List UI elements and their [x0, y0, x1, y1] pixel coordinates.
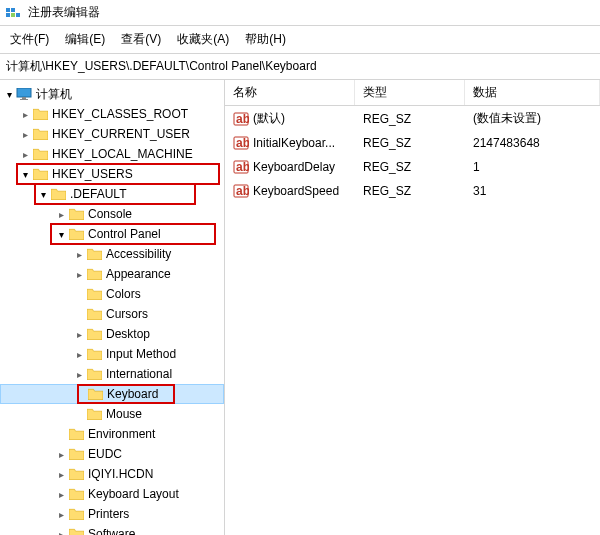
tree-label: Accessibility — [106, 247, 171, 261]
folder-icon — [86, 247, 102, 261]
list-row[interactable]: (默认) REG_SZ (数值未设置) — [225, 106, 600, 131]
list-row[interactable]: InitialKeyboar... REG_SZ 2147483648 — [225, 131, 600, 155]
chevron-right-icon[interactable]: ▸ — [72, 329, 86, 340]
list-header[interactable]: 名称 类型 数据 — [225, 80, 600, 106]
tree-node-environment[interactable]: ▸Environment — [0, 424, 224, 444]
tree-label: Control Panel — [88, 227, 161, 241]
folder-icon — [86, 327, 102, 341]
chevron-down-icon[interactable]: ▾ — [18, 169, 32, 180]
folder-icon — [50, 187, 66, 201]
tree-node-mouse[interactable]: ▸Mouse — [0, 404, 224, 424]
tree-node-default[interactable]: ▾ .DEFAULT — [0, 184, 224, 204]
folder-icon — [86, 407, 102, 421]
menu-file[interactable]: 文件(F) — [4, 28, 55, 51]
chevron-right-icon[interactable]: ▸ — [72, 349, 86, 360]
folder-icon — [68, 227, 84, 241]
folder-icon — [32, 167, 48, 181]
chevron-down-icon[interactable]: ▾ — [54, 229, 68, 240]
folder-icon — [86, 287, 102, 301]
string-value-icon — [233, 111, 249, 127]
col-header-data[interactable]: 数据 — [465, 80, 600, 105]
tree-node-inputmethod[interactable]: ▸Input Method — [0, 344, 224, 364]
tree-label: IQIYI.HCDN — [88, 467, 153, 481]
tree-node-hkcu[interactable]: ▸ HKEY_CURRENT_USER — [0, 124, 224, 144]
col-header-type[interactable]: 类型 — [355, 80, 465, 105]
chevron-right-icon[interactable]: ▸ — [18, 109, 32, 120]
menu-edit[interactable]: 编辑(E) — [59, 28, 111, 51]
tree-node-desktop[interactable]: ▸Desktop — [0, 324, 224, 344]
tree-node-hku[interactable]: ▾ HKEY_USERS — [0, 164, 224, 184]
tree-node-controlpanel[interactable]: ▾ Control Panel — [0, 224, 224, 244]
folder-icon — [86, 267, 102, 281]
value-type: REG_SZ — [355, 133, 465, 153]
folder-icon — [68, 427, 84, 441]
list-row[interactable]: KeyboardDelay REG_SZ 1 — [225, 155, 600, 179]
folder-icon — [68, 527, 84, 535]
tree-node-keyboardlayout[interactable]: ▸Keyboard Layout — [0, 484, 224, 504]
menu-favorites[interactable]: 收藏夹(A) — [171, 28, 235, 51]
tree-node-computer[interactable]: ▾ 计算机 — [0, 84, 224, 104]
tree-label: Cursors — [106, 307, 148, 321]
tree-node-hkcr[interactable]: ▸ HKEY_CLASSES_ROOT — [0, 104, 224, 124]
chevron-right-icon[interactable]: ▸ — [54, 509, 68, 520]
chevron-right-icon[interactable]: ▸ — [72, 269, 86, 280]
string-value-icon — [233, 159, 249, 175]
tree-node-printers[interactable]: ▸Printers — [0, 504, 224, 524]
chevron-down-icon[interactable]: ▾ — [36, 189, 50, 200]
tree-label: Environment — [88, 427, 155, 441]
tree-label: HKEY_CURRENT_USER — [52, 127, 190, 141]
folder-icon — [68, 207, 84, 221]
tree-label: Desktop — [106, 327, 150, 341]
tree-node-software[interactable]: ▸Software — [0, 524, 224, 535]
folder-icon — [86, 307, 102, 321]
list-row[interactable]: KeyboardSpeed REG_SZ 31 — [225, 179, 600, 203]
chevron-right-icon[interactable]: ▸ — [72, 369, 86, 380]
tree-label: Mouse — [106, 407, 142, 421]
menu-view[interactable]: 查看(V) — [115, 28, 167, 51]
folder-icon — [86, 347, 102, 361]
folder-icon — [68, 487, 84, 501]
address-bar[interactable]: 计算机\HKEY_USERS\.DEFAULT\Control Panel\Ke… — [0, 54, 600, 80]
chevron-down-icon[interactable]: ▾ — [2, 89, 16, 100]
tree-node-cursors[interactable]: ▸Cursors — [0, 304, 224, 324]
value-name: (默认) — [253, 110, 285, 127]
computer-icon — [16, 87, 32, 101]
folder-icon — [86, 367, 102, 381]
tree-node-hklm[interactable]: ▸ HKEY_LOCAL_MACHINE — [0, 144, 224, 164]
chevron-right-icon[interactable]: ▸ — [54, 489, 68, 500]
chevron-right-icon[interactable]: ▸ — [54, 449, 68, 460]
string-value-icon — [233, 183, 249, 199]
tree-node-console[interactable]: ▸ Console — [0, 204, 224, 224]
values-pane[interactable]: 名称 类型 数据 (默认) REG_SZ (数值未设置) InitialKeyb… — [225, 80, 600, 535]
chevron-right-icon[interactable]: ▸ — [18, 149, 32, 160]
string-value-icon — [233, 135, 249, 151]
tree-label: .DEFAULT — [70, 187, 126, 201]
tree-label: Keyboard Layout — [88, 487, 179, 501]
folder-icon — [68, 447, 84, 461]
tree-node-appearance[interactable]: ▸Appearance — [0, 264, 224, 284]
folder-icon — [68, 507, 84, 521]
menu-bar: 文件(F) 编辑(E) 查看(V) 收藏夹(A) 帮助(H) — [0, 26, 600, 54]
folder-icon — [68, 467, 84, 481]
chevron-right-icon[interactable]: ▸ — [54, 529, 68, 536]
chevron-right-icon[interactable]: ▸ — [18, 129, 32, 140]
tree-node-keyboard[interactable]: ▸Keyboard — [0, 384, 224, 404]
chevron-right-icon[interactable]: ▸ — [72, 249, 86, 260]
tree-node-accessibility[interactable]: ▸Accessibility — [0, 244, 224, 264]
tree-pane[interactable]: ▾ 计算机 ▸ HKEY_CLASSES_ROOT ▸ HKEY_CURRENT… — [0, 80, 225, 535]
regedit-icon — [6, 5, 22, 21]
tree-node-international[interactable]: ▸International — [0, 364, 224, 384]
tree-node-iqiyi[interactable]: ▸IQIYI.HCDN — [0, 464, 224, 484]
value-data: 31 — [465, 181, 600, 201]
menu-help[interactable]: 帮助(H) — [239, 28, 292, 51]
tree-node-colors[interactable]: ▸Colors — [0, 284, 224, 304]
chevron-right-icon[interactable]: ▸ — [54, 209, 68, 220]
chevron-right-icon[interactable]: ▸ — [54, 469, 68, 480]
folder-icon — [32, 127, 48, 141]
tree-node-eudc[interactable]: ▸EUDC — [0, 444, 224, 464]
tree-label: EUDC — [88, 447, 122, 461]
value-type: REG_SZ — [355, 157, 465, 177]
col-header-name[interactable]: 名称 — [225, 80, 355, 105]
value-data: (数值未设置) — [465, 108, 600, 129]
value-type: REG_SZ — [355, 108, 465, 129]
